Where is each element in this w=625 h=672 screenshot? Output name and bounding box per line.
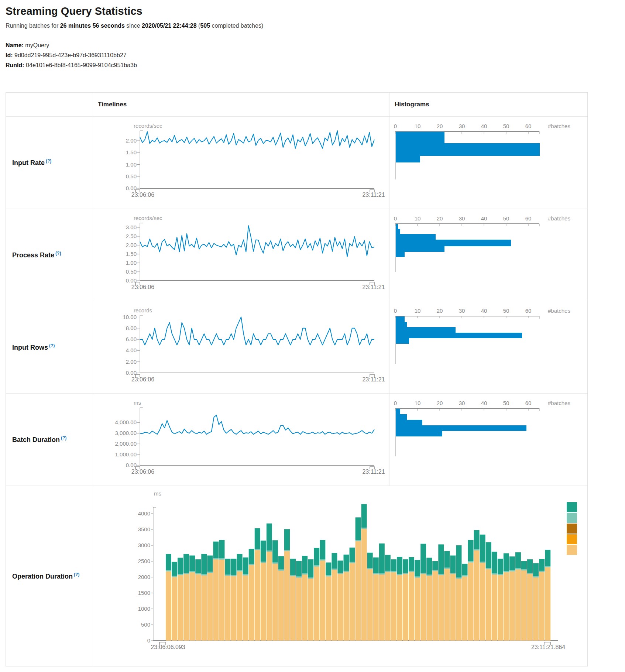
row-label-operation-duration: Operation Duration(?) bbox=[6, 486, 93, 666]
op-bar-segment-light-teal bbox=[385, 571, 391, 572]
op-bar-segment-tan bbox=[521, 570, 527, 641]
svg-text:23:06:06: 23:06:06 bbox=[131, 376, 154, 383]
op-bar-segment-teal bbox=[249, 549, 254, 564]
table-row: Input Rows(?) records0.002.004.006.008.0… bbox=[6, 301, 587, 393]
legend-swatch[interactable] bbox=[567, 502, 577, 512]
legend-swatch[interactable] bbox=[567, 534, 577, 544]
op-bar-segment-light-teal bbox=[314, 565, 319, 566]
op-bar-segment-teal bbox=[367, 553, 373, 568]
histogram-bar bbox=[396, 425, 526, 431]
svg-text:23:11:21: 23:11:21 bbox=[362, 469, 385, 475]
query-runid-value: 04e101e6-8bf8-4165-9099-9104c951ba3b bbox=[26, 62, 137, 68]
op-bar-segment-teal bbox=[480, 535, 485, 562]
svg-text:2.00: 2.00 bbox=[126, 242, 137, 248]
histogram-bar bbox=[396, 156, 420, 162]
op-bar-segment-tan bbox=[504, 572, 509, 641]
svg-text:20: 20 bbox=[437, 400, 443, 406]
process-rate-timeline-chart: records/sec0.000.501.001.502.002.503.002… bbox=[93, 209, 389, 301]
svg-text:23:06:06: 23:06:06 bbox=[131, 284, 154, 290]
svg-text:6.00: 6.00 bbox=[126, 336, 137, 342]
op-bar-segment-light-teal bbox=[474, 549, 480, 550]
op-bar-segment-light-teal bbox=[213, 558, 219, 559]
svg-text:#batches: #batches bbox=[548, 123, 570, 129]
histogram-bar bbox=[396, 431, 442, 436]
op-bar-segment-teal bbox=[314, 548, 319, 565]
op-bar-segment-teal bbox=[261, 541, 266, 562]
op-bar-segment-light-teal bbox=[356, 540, 361, 541]
legend-swatch[interactable] bbox=[567, 513, 577, 523]
help-icon[interactable]: (?) bbox=[61, 435, 66, 440]
stacked-bar-svg: ms0500100015002000250030003500400023:06:… bbox=[93, 486, 588, 666]
svg-text:1.00: 1.00 bbox=[126, 260, 137, 266]
op-bar-segment-light-teal bbox=[166, 570, 171, 571]
op-bar-segment-teal bbox=[255, 528, 260, 549]
running-duration: 26 minutes 56 seconds bbox=[60, 23, 125, 29]
table-row: Process Rate(?) records/sec0.000.501.001… bbox=[6, 209, 587, 301]
op-bar-segment-light-teal bbox=[261, 562, 266, 563]
histogram-bar bbox=[396, 234, 436, 240]
op-bar-segment-tan bbox=[356, 541, 361, 641]
op-bar-segment-light-teal bbox=[415, 576, 420, 577]
svg-text:0: 0 bbox=[394, 123, 397, 129]
histogram-bar bbox=[396, 327, 456, 333]
op-bar-segment-teal bbox=[432, 561, 438, 570]
svg-text:50: 50 bbox=[503, 400, 509, 406]
svg-text:0: 0 bbox=[394, 215, 397, 222]
streaming-query-statistics-page: Streaming Query Statistics Running batch… bbox=[0, 0, 625, 666]
svg-text:30: 30 bbox=[459, 123, 465, 129]
histogram-bar bbox=[396, 240, 511, 246]
op-bar-segment-teal bbox=[456, 545, 461, 577]
query-name-value: myQuery bbox=[25, 42, 49, 48]
op-bar-segment-light-teal bbox=[284, 550, 290, 551]
op-bar-segment-teal bbox=[409, 557, 414, 571]
op-bar-segment-light-teal bbox=[527, 573, 533, 574]
op-bar-segment-tan bbox=[545, 567, 550, 641]
help-icon[interactable]: (?) bbox=[55, 251, 61, 256]
op-bar-segment-tan bbox=[344, 572, 349, 641]
running-batches-summary: Running batches for 26 minutes 56 second… bbox=[6, 23, 625, 29]
legend-swatch[interactable] bbox=[567, 524, 577, 534]
op-bar-segment-teal bbox=[296, 561, 302, 576]
svg-text:1.50: 1.50 bbox=[126, 251, 137, 257]
batch-duration-timeline-chart: ms0.001,000.002,000.003,000.004,000.0023… bbox=[93, 394, 389, 486]
op-bar-segment-teal bbox=[284, 529, 290, 550]
op-bar-segment-teal bbox=[172, 562, 177, 576]
op-bar-segment-light-teal bbox=[189, 571, 195, 572]
op-bar-segment-tan bbox=[498, 575, 503, 641]
help-icon[interactable]: (?) bbox=[74, 572, 79, 577]
op-bar-segment-teal bbox=[183, 554, 189, 573]
svg-text:1,000.00: 1,000.00 bbox=[115, 451, 137, 457]
help-icon[interactable]: (?) bbox=[49, 343, 55, 348]
histogram-bar bbox=[396, 143, 540, 156]
histogram-bar bbox=[396, 132, 444, 143]
op-bar-segment-tan bbox=[350, 563, 355, 641]
input-rate-histogram-chart: 0102030405060#batches bbox=[389, 117, 587, 209]
op-bar-segment-teal bbox=[527, 559, 533, 573]
svg-text:10: 10 bbox=[415, 308, 421, 314]
svg-text:10: 10 bbox=[415, 123, 421, 129]
op-bar-segment-tan bbox=[326, 576, 331, 641]
svg-text:60: 60 bbox=[525, 123, 532, 129]
op-bar-segment-teal bbox=[243, 558, 248, 575]
svg-text:records/sec: records/sec bbox=[134, 215, 162, 221]
help-icon[interactable]: (?) bbox=[46, 158, 51, 164]
svg-text:20: 20 bbox=[437, 215, 443, 222]
op-bar-segment-teal bbox=[515, 552, 521, 568]
svg-text:50: 50 bbox=[503, 123, 509, 129]
svg-text:1500: 1500 bbox=[138, 590, 150, 596]
svg-text:3000: 3000 bbox=[138, 542, 150, 548]
legend-swatch[interactable] bbox=[567, 545, 577, 555]
table-row: Batch Duration(?) ms0.001,000.002,000.00… bbox=[6, 393, 587, 486]
svg-text:#batches: #batches bbox=[548, 215, 570, 222]
op-bar-segment-tan bbox=[231, 576, 237, 641]
svg-text:4000: 4000 bbox=[138, 510, 150, 517]
timeline-line bbox=[140, 415, 374, 434]
svg-text:#batches: #batches bbox=[548, 308, 570, 314]
batch-duration-histogram-chart: 0102030405060#batches bbox=[389, 394, 587, 486]
op-bar-segment-light-teal bbox=[337, 573, 343, 574]
timeline-line bbox=[140, 131, 374, 148]
query-runid-line: RunId: 04e101e6-8bf8-4165-9099-9104c951b… bbox=[6, 60, 625, 70]
process-rate-histogram-chart: 0102030405060#batches bbox=[389, 209, 587, 301]
svg-text:60: 60 bbox=[525, 400, 532, 406]
timeline-line bbox=[140, 317, 374, 345]
